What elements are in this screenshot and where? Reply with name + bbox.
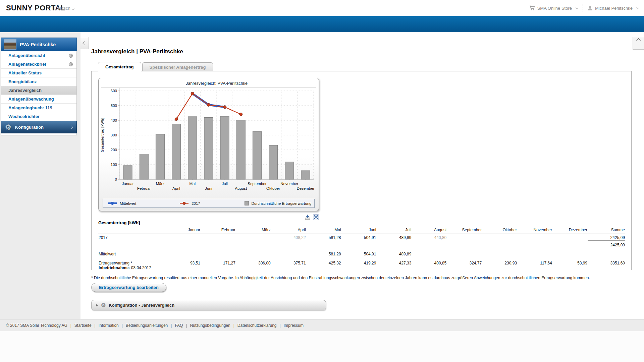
table-cell: [517, 241, 552, 248]
column-header: Juli: [376, 227, 412, 234]
svg-text:Dezember: Dezember: [297, 186, 314, 190]
sma-online-store-link[interactable]: SMA Online Store: [529, 5, 578, 11]
svg-text:100: 100: [111, 163, 117, 167]
table-cell: 2425,09: [588, 234, 625, 241]
tab-spezifischer-anlagenertrag[interactable]: Spezifischer Anlagenertrag: [142, 62, 213, 71]
export-icon[interactable]: [305, 214, 311, 220]
sidebar-item-anlagensteckbrief[interactable]: Anlagensteckbrief: [1, 60, 76, 69]
sidebar-item-konfiguration[interactable]: ⚙ Konfiguration: [1, 121, 77, 133]
page-title: Jahresvergleich | PVA-Perlitschke: [91, 48, 183, 55]
table-cell: [552, 234, 588, 241]
table-cell: 230,93: [482, 259, 517, 270]
plant-name: PVA-Perlitschke: [20, 42, 56, 47]
svg-text:200: 200: [111, 148, 117, 152]
globe-icon: [68, 53, 73, 58]
sidebar-item-label: Energiebilanz: [8, 79, 37, 84]
column-header: Juni: [341, 227, 377, 234]
table-cell: [447, 241, 482, 248]
table-cell: [165, 234, 201, 241]
svg-text:600: 600: [111, 89, 117, 93]
sidebar-item-jahresvergleich[interactable]: Jahresvergleich: [1, 86, 76, 95]
user-menu[interactable]: Michael Perlitschke: [588, 5, 639, 11]
top-right-menu: SMA Online Store Michael Perlitschke: [529, 0, 639, 16]
table-cell: [201, 250, 236, 257]
edit-expectation-button[interactable]: Ertragserwartung bearbeiten: [91, 283, 166, 292]
table-cell: [201, 234, 236, 241]
sidebar-item-label: Anlagenlogbuch: 119: [8, 105, 52, 110]
config-panel-header[interactable]: ⚙ Konfiguration - Jahresvergleich: [91, 300, 326, 310]
table-cell: [482, 250, 517, 257]
table-cell: [271, 241, 306, 248]
svg-text:500: 500: [111, 104, 117, 108]
table-cell: [236, 234, 271, 241]
svg-text:August: August: [235, 186, 247, 190]
footer-link[interactable]: FAQ: [175, 323, 183, 328]
chevron-up-icon: [636, 38, 641, 43]
table-cell: [412, 241, 447, 248]
nav-band: [0, 16, 644, 32]
chevron-left-icon: [83, 41, 86, 45]
legend-line-swatch: [107, 201, 117, 205]
fullscreen-icon[interactable]: [313, 214, 319, 220]
footer-link[interactable]: Impressum: [284, 323, 304, 328]
table-cell: [271, 250, 306, 257]
footer-link[interactable]: Nutzungsbedingungen: [190, 323, 230, 328]
footer-separator: |: [171, 323, 172, 328]
svg-text:300: 300: [111, 133, 117, 137]
table-cell: 93,51: [165, 259, 201, 270]
table-cell: [447, 250, 482, 257]
svg-text:Juni: Juni: [205, 186, 212, 190]
footer-separator: |: [186, 323, 187, 328]
divider: [583, 4, 583, 12]
table-cell: [482, 234, 517, 241]
table-cell: [341, 241, 377, 248]
table-cell: 504,91: [341, 234, 377, 241]
svg-text:Januar: Januar: [122, 182, 133, 186]
chevron-down-icon: [576, 6, 578, 9]
footer-link[interactable]: Startseite: [74, 323, 92, 328]
legend-entry: Durchschnittliche Ertragserwartung: [240, 201, 314, 205]
chevron-down-icon: [636, 6, 639, 9]
row-label: 2017: [98, 234, 165, 241]
sidebar-item-energiebilanz[interactable]: Energiebilanz: [1, 77, 76, 86]
table-cell: 375,71: [271, 259, 306, 270]
table-cell: 2425,09: [588, 241, 625, 248]
table-cell: 400,85: [412, 259, 447, 270]
chart-canvas: Jahresvergleich: PVA-Perlitschke01002003…: [99, 79, 318, 195]
sidebar-item-label: Anlagenübersicht: [8, 53, 45, 58]
table-cell: 408,22: [271, 234, 306, 241]
sidebar-item-wechselrichter[interactable]: Wechselrichter: [1, 112, 76, 121]
column-header: Januar: [165, 227, 201, 234]
config-label: Konfiguration: [15, 125, 44, 130]
sidebar-item-anlagenlogbuch-119[interactable]: Anlagenlogbuch: 119: [1, 104, 76, 112]
table-row: 2425,09: [98, 241, 625, 248]
footer-link[interactable]: Datenschutzerklärung: [237, 323, 277, 328]
language-selector[interactable]: Deutsch: [54, 6, 74, 11]
table-cell: 581,28: [306, 250, 341, 257]
footer-separator: |: [122, 323, 123, 328]
sidebar-item-anlagen-bersicht[interactable]: Anlagenübersicht: [1, 51, 76, 60]
table-cell: [482, 241, 517, 248]
svg-text:April: April: [172, 186, 180, 190]
tab-gesamtertrag[interactable]: Gesamtertrag: [98, 62, 141, 71]
collapse-sidebar-button[interactable]: [80, 37, 89, 49]
sidebar-item-anlagen-berwachung[interactable]: Anlagenüberwachung: [1, 95, 76, 104]
footer-link[interactable]: Bedienungsanleitungen: [126, 323, 168, 328]
plant-photo: [4, 39, 16, 50]
plant-header[interactable]: PVA-Perlitschke: [1, 38, 77, 51]
column-header: Dezember: [552, 227, 588, 234]
scroll-top-button[interactable]: [633, 37, 644, 50]
app: { "header": { "logo": "SUNNY PORTAL", "l…: [0, 0, 644, 362]
table-cell: [236, 250, 271, 257]
legend-label: Durchschnittliche Ertragserwartung: [251, 201, 311, 205]
language-label: Deutsch: [54, 6, 70, 11]
table-cell: [552, 250, 588, 257]
yield-table-section: Gesamtertrag [kWh] JanuarFebruarMärzApri…: [98, 220, 625, 270]
table-cell: 306,00: [236, 259, 271, 270]
table-cell: 427,33: [376, 259, 412, 270]
svg-text:400: 400: [111, 118, 117, 122]
sidebar-item-aktueller-status[interactable]: Aktueller Status: [1, 69, 76, 77]
copyright: © 2017 SMA Solar Technology AG: [6, 323, 67, 328]
expand-triangle-icon: [96, 304, 98, 307]
footer-link[interactable]: Information: [99, 323, 119, 328]
